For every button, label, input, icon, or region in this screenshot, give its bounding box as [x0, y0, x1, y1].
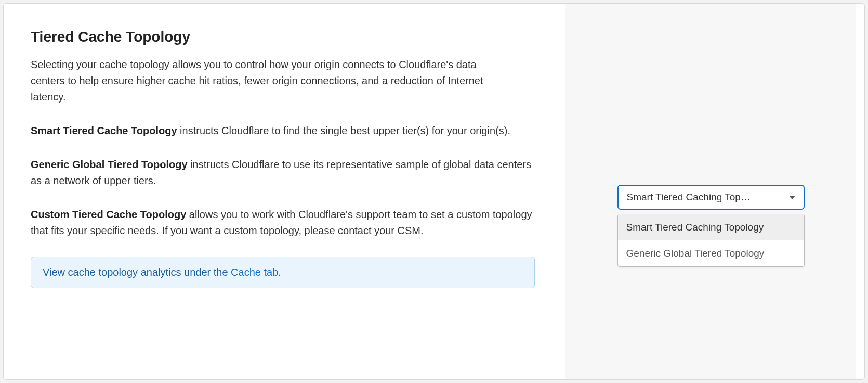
main-content: Tiered Cache Topology Selecting your cac… [4, 4, 565, 379]
chevron-down-icon [789, 196, 795, 199]
section-title: Tiered Cache Topology [31, 29, 538, 45]
topology-name-smart: Smart Tiered Cache Topology [31, 125, 177, 136]
topology-name-generic: Generic Global Tiered Topology [31, 159, 188, 170]
topology-option-generic[interactable]: Generic Global Tiered Topology [618, 240, 804, 266]
banner-suffix: . [278, 266, 281, 278]
sidebar-panel: Smart Tiered Caching Top… Smart Tiered C… [565, 4, 856, 379]
topology-option-smart[interactable]: Smart Tiered Caching Topology [618, 214, 804, 240]
settings-card: Tiered Cache Topology Selecting your cac… [3, 3, 865, 380]
cache-tab-link[interactable]: Cache tab [231, 266, 278, 278]
topology-para-generic: Generic Global Tiered Topology instructs… [31, 157, 538, 189]
topology-para-custom: Custom Tiered Cache Topology allows you … [31, 207, 538, 239]
topology-select-label: Smart Tiered Caching Top… [627, 191, 783, 203]
topology-dropdown: Smart Tiered Caching Topology Generic Gl… [617, 214, 805, 267]
topology-name-custom: Custom Tiered Cache Topology [31, 209, 186, 220]
banner-prefix: View cache topology analytics under the [43, 266, 231, 278]
section-description: Selecting your cache topology allows you… [31, 57, 509, 105]
topology-para-smart: Smart Tiered Cache Topology instructs Cl… [31, 123, 538, 139]
topology-select-wrap: Smart Tiered Caching Top… Smart Tiered C… [617, 185, 805, 210]
info-banner: View cache topology analytics under the … [31, 257, 535, 288]
topology-desc-smart: instructs Cloudflare to find the single … [177, 125, 510, 136]
topology-select[interactable]: Smart Tiered Caching Top… [617, 185, 805, 210]
